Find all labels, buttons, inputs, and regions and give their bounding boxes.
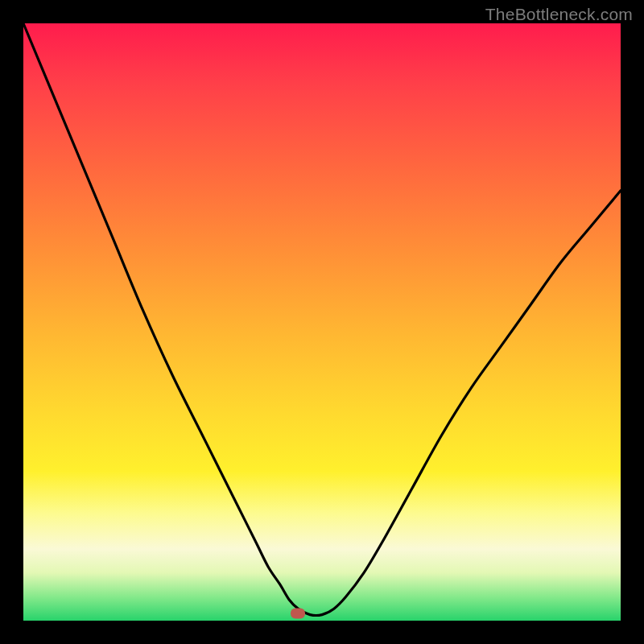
- optimal-point-marker: [291, 609, 305, 619]
- watermark-text: TheBottleneck.com: [485, 5, 633, 24]
- plot-area: [23, 23, 621, 621]
- chart-frame: TheBottleneck.com: [0, 0, 644, 644]
- bottleneck-curve: [23, 23, 621, 621]
